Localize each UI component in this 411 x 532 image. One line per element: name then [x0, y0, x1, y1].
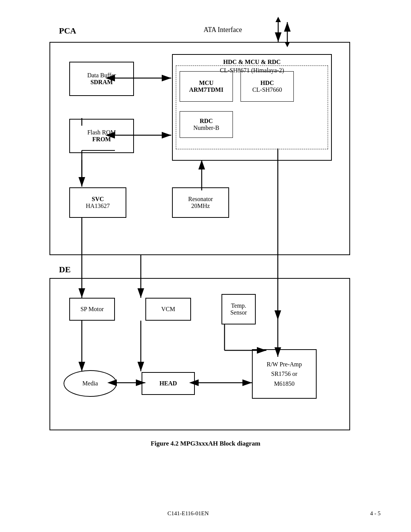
figure-caption-text: Figure 4.2 MPG3xxxAH Block diagram	[151, 440, 260, 447]
de-box: SP Motor VCM Temp. Sensor Media HEAD R/W…	[49, 278, 350, 430]
resonator-line1: Resonator	[188, 196, 213, 203]
from-line1: Flash ROM	[87, 129, 116, 136]
sdram-box: Data Buffer SDRAM	[69, 62, 134, 96]
from-line2: FROM	[92, 136, 111, 143]
pca-box: Data Buffer SDRAM Flash ROM FROM HDC & M…	[49, 42, 350, 255]
vcm-box: VCM	[145, 298, 191, 321]
temp-line1: Temp.	[230, 302, 247, 309]
resonator-line2: 20MHz	[191, 203, 210, 209]
rw-line1: R/W Pre-Amp	[267, 359, 302, 369]
head-label: HEAD	[159, 380, 177, 387]
media-ellipse: Media	[64, 370, 117, 397]
hdc-box: HDC CL-SH7660	[241, 71, 294, 102]
media-label: Media	[83, 380, 98, 387]
sdram-line2: SDRAM	[91, 79, 113, 86]
hdc-outer-line1: HDC & MCU & RDC	[220, 58, 284, 66]
svc-line1: SVC	[92, 196, 104, 203]
resonator-box: Resonator 20MHz	[172, 187, 229, 218]
mcu-line2: ARM7TDMI	[189, 86, 223, 93]
de-label: DE	[59, 265, 71, 275]
svc-box: SVC HA13627	[69, 187, 126, 218]
rw-line3: M61850	[274, 379, 295, 389]
svg-marker-5	[276, 17, 281, 22]
rw-preamp-box: R/W Pre-Amp SR1756 or M61850	[252, 349, 317, 399]
ata-interface-label: ATA Interface	[204, 26, 242, 34]
pca-label: PCA	[59, 26, 76, 36]
hdc-line2: CL-SH7660	[252, 86, 282, 93]
temp-sensor-box: Temp. Sensor	[221, 294, 256, 324]
rdc-line2: Number-B	[193, 125, 219, 131]
from-box: Flash ROM FROM	[69, 119, 134, 153]
svc-line2: HA13627	[86, 203, 110, 209]
sp-motor-label: SP Motor	[80, 306, 104, 313]
temp-line2: Sensor	[230, 309, 247, 316]
sp-motor-box: SP Motor	[69, 298, 115, 321]
head-box: HEAD	[142, 372, 195, 395]
mcu-line1: MCU	[199, 80, 213, 86]
rdc-box: RDC Number-B	[180, 111, 233, 138]
rw-line2: SR1756 or	[271, 369, 298, 379]
hdc-outer-box: HDC & MCU & RDC CL-SH8671 (Himalaya-2)	[172, 54, 332, 161]
footer-page-number: 4 - 5	[370, 510, 381, 517]
footer-doc-number: C141-E116-01EN	[167, 510, 209, 517]
hdc-line1: HDC	[260, 80, 274, 86]
vcm-label: VCM	[161, 306, 175, 313]
rdc-line1: RDC	[200, 118, 213, 125]
sdram-line1: Data Buffer	[87, 72, 116, 79]
page: PCA ATA Interface Data Buffer SDRAM Flas…	[0, 0, 411, 532]
figure-caption: Figure 4.2 MPG3xxxAH Block diagram	[0, 440, 411, 447]
mcu-box: MCU ARM7TDMI	[180, 71, 233, 102]
